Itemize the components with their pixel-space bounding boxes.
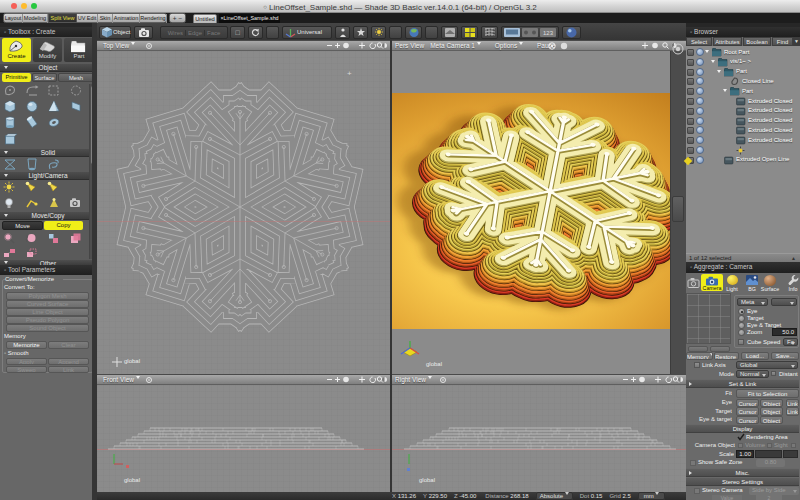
svg-text:123: 123 (543, 30, 554, 36)
